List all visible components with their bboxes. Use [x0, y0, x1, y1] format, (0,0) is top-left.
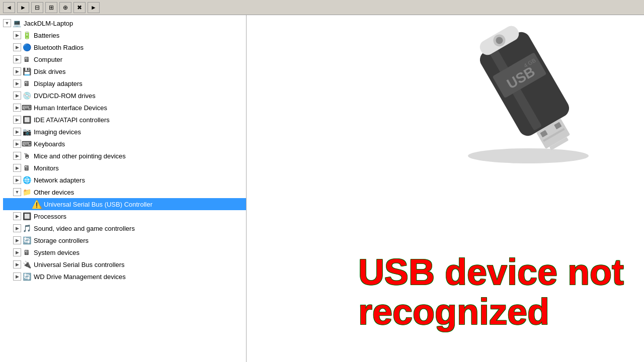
tree-item-sound[interactable]: ▶ 🎵 Sound, video and game controllers — [3, 222, 246, 234]
hid-icon: ⌨ — [22, 103, 32, 113]
network-label: Network adapters — [34, 176, 85, 184]
imaging-expand[interactable]: ▶ — [13, 128, 21, 136]
displayadapters-icon: 🖥 — [22, 78, 32, 88]
bluetooth-expand[interactable]: ▶ — [13, 43, 21, 51]
tree-item-displayadapters[interactable]: ▶ 🖥 Display adapters — [3, 77, 246, 89]
displayadapters-expand[interactable]: ▶ — [13, 79, 21, 87]
properties-button[interactable]: ⊕ — [59, 2, 71, 13]
network-icon: 🌐 — [22, 175, 32, 185]
tree-item-processors[interactable]: ▶ 🔲 Processors — [3, 210, 246, 222]
monitors-label: Monitors — [34, 164, 59, 172]
system-expand[interactable]: ▶ — [13, 248, 21, 256]
device-tree-panel[interactable]: ▼ 💻 JackDLM-Laptop ▶ 🔋 Batteries ▶ 🔵 Blu… — [0, 15, 247, 362]
keyboards-icon: ⌨ — [22, 139, 32, 149]
svg-point-0 — [468, 148, 589, 163]
wd-expand[interactable]: ▶ — [13, 273, 21, 281]
tree-item-network[interactable]: ▶ 🌐 Network adapters — [3, 174, 246, 186]
bluetooth-label: Bluetooth Radios — [34, 44, 84, 51]
batteries-icon: 🔋 — [22, 30, 32, 40]
batteries-label: Batteries — [34, 32, 59, 39]
dvd-expand[interactable]: ▶ — [13, 92, 21, 100]
diskdrives-icon: 💾 — [22, 66, 32, 76]
bluetooth-icon: 🔵 — [22, 42, 32, 52]
right-panel: USB 4 GB — [247, 15, 644, 362]
system-label: System devices — [34, 249, 79, 256]
uninstall-button[interactable]: ✖ — [73, 2, 86, 13]
tree-item-dvd[interactable]: ▶ 💿 DVD/CD-ROM drives — [3, 89, 246, 102]
tree-item-usb[interactable]: ▶ 🔌 Universal Serial Bus controllers — [3, 258, 246, 270]
tree-item-batteries[interactable]: ▶ 🔋 Batteries — [3, 29, 246, 41]
collapse-button[interactable]: ⊟ — [31, 2, 43, 13]
tree-item-storage[interactable]: ▶ 🔄 Storage controllers — [3, 234, 246, 246]
storage-icon: 🔄 — [22, 235, 32, 245]
usb-icon: 🔌 — [22, 259, 32, 269]
forward-button[interactable]: ► — [17, 2, 29, 13]
root-expand-btn[interactable]: ▼ — [3, 19, 11, 27]
usb-label: Universal Serial Bus controllers — [34, 261, 125, 268]
processors-expand[interactable]: ▶ — [13, 212, 21, 220]
usb-drive-image: USB 4 GB — [443, 25, 614, 166]
usb-expand[interactable]: ▶ — [13, 260, 21, 268]
network-expand[interactable]: ▶ — [13, 176, 21, 184]
tree-item-usb-controller[interactable]: ⚠️ Universal Serial Bus (USB) Controller — [3, 198, 246, 210]
back-button[interactable]: ◄ — [3, 2, 15, 13]
ide-label: IDE ATA/ATAPI controllers — [34, 116, 110, 124]
computer-expand[interactable]: ▶ — [13, 55, 21, 63]
sound-icon: 🎵 — [22, 223, 32, 233]
batteries-expand[interactable]: ▶ — [13, 31, 21, 39]
mice-label: Mice and other pointing devices — [34, 152, 126, 160]
tree-item-ide[interactable]: ▶ 🔲 IDE ATA/ATAPI controllers — [3, 114, 246, 126]
ide-expand[interactable]: ▶ — [13, 116, 21, 124]
usb-controller-label: Universal Serial Bus (USB) Controller — [44, 201, 152, 208]
processors-icon: 🔲 — [22, 211, 32, 221]
diskdrives-expand[interactable]: ▶ — [13, 67, 21, 75]
monitors-expand[interactable]: ▶ — [13, 164, 21, 172]
computer-label: Computer — [34, 56, 62, 63]
root-children: ▶ 🔋 Batteries ▶ 🔵 Bluetooth Radios ▶ 🖥 C… — [3, 29, 246, 283]
hid-expand[interactable]: ▶ — [13, 104, 21, 112]
hid-label: Human Interface Devices — [34, 104, 107, 112]
diskdrives-label: Disk drives — [34, 68, 66, 75]
tree-item-hid[interactable]: ▶ ⌨ Human Interface Devices — [3, 102, 246, 114]
keyboards-expand[interactable]: ▶ — [13, 140, 21, 148]
tree-root-item[interactable]: ▼ 💻 JackDLM-Laptop — [3, 17, 246, 29]
usb-message-line2: recognized — [358, 292, 624, 332]
toolbar: ◄ ► ⊟ ⊞ ⊕ ✖ ► — [0, 0, 644, 15]
tree-item-keyboards[interactable]: ▶ ⌨ Keyboards — [3, 138, 246, 150]
other-label: Other devices — [34, 189, 74, 196]
imaging-label: Imaging devices — [34, 128, 81, 136]
tree-item-other[interactable]: ▼ 📁 Other devices — [3, 186, 246, 198]
sound-label: Sound, video and game controllers — [34, 225, 135, 232]
system-icon: 🖥 — [22, 247, 32, 257]
tree-item-mice[interactable]: ▶ 🖱 Mice and other pointing devices — [3, 150, 246, 162]
update-button[interactable]: ► — [88, 2, 100, 13]
dvd-label: DVD/CD-ROM drives — [34, 92, 96, 100]
tree-item-system[interactable]: ▶ 🖥 System devices — [3, 246, 246, 258]
computer-icon: 💻 — [12, 18, 22, 28]
root-label: JackDLM-Laptop — [24, 20, 73, 27]
tree-item-wd[interactable]: ▶ 🔄 WD Drive Management devices — [3, 270, 246, 283]
other-icon: 📁 — [22, 187, 32, 197]
tree-item-imaging[interactable]: ▶ 📷 Imaging devices — [3, 126, 246, 138]
sound-expand[interactable]: ▶ — [13, 224, 21, 232]
ide-icon: 🔲 — [22, 115, 32, 125]
displayadapters-label: Display adapters — [34, 80, 83, 87]
storage-label: Storage controllers — [34, 237, 89, 244]
processors-label: Processors — [34, 213, 66, 220]
usb-error-message: USB device not recognized — [358, 252, 624, 332]
main-content: ▼ 💻 JackDLM-Laptop ▶ 🔋 Batteries ▶ 🔵 Blu… — [0, 15, 644, 362]
usb-warning-icon: ⚠️ — [32, 199, 42, 209]
other-expand[interactable]: ▼ — [13, 188, 21, 196]
expand-button[interactable]: ⊞ — [45, 2, 57, 13]
mice-icon: 🖱 — [22, 151, 32, 161]
storage-expand[interactable]: ▶ — [13, 236, 21, 244]
usb-message-line1: USB device not — [358, 252, 624, 292]
tree-item-computer[interactable]: ▶ 🖥 Computer — [3, 53, 246, 65]
tree-item-bluetooth[interactable]: ▶ 🔵 Bluetooth Radios — [3, 41, 246, 53]
tree-item-diskdrives[interactable]: ▶ 💾 Disk drives — [3, 65, 246, 77]
tree-item-monitors[interactable]: ▶ 🖥 Monitors — [3, 162, 246, 174]
mice-expand[interactable]: ▶ — [13, 152, 21, 160]
monitors-icon: 🖥 — [22, 163, 32, 173]
keyboards-label: Keyboards — [34, 140, 65, 148]
dvd-icon: 💿 — [22, 90, 32, 101]
